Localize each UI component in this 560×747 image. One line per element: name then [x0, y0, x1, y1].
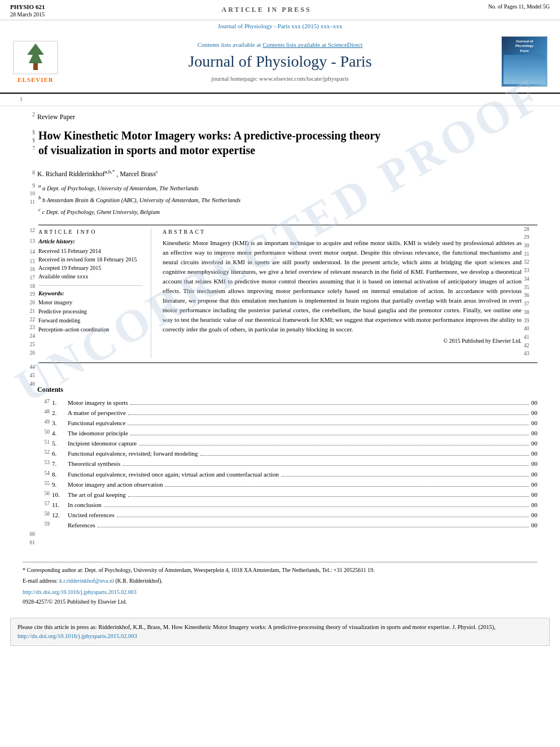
article-title-row: § § 7 How Kinesthetic Motor Imagery work… — [23, 128, 537, 164]
contents-item-row-11: 57 11. In conclusion 00 — [37, 500, 537, 510]
contents-item-6: 6. Functional equivalence, revisited; fo… — [52, 448, 537, 458]
pages-info: No. of Pages 11, Model 5G — [488, 3, 550, 10]
contents-item-12: 12. Uncited references 00 — [52, 510, 537, 520]
journal-homepage: journal homepage: www.elsevier.com/locat… — [211, 75, 349, 82]
footer-doi-link[interactable]: http://dx.doi.org/10.1016/j.jphysparis.2… — [23, 589, 137, 595]
svg-rect-2 — [33, 63, 38, 70]
journal-banner: ELSEVIER Contents lists available at Con… — [0, 30, 560, 94]
keyword-3: Forward modeling — [38, 316, 143, 325]
spacer-row-44: 44 — [23, 363, 537, 372]
affiliations-block: a a Dept. of Psychology, University of A… — [38, 182, 240, 218]
keyword-2: Predictive processing — [38, 307, 143, 316]
email-label: E-mail address: — [23, 578, 58, 584]
article-info-col: ARTICLE INFO Article history: Received 1… — [38, 229, 151, 359]
contents-item-3: 3. Functional equivalence 00 — [52, 418, 537, 428]
contents-item-row-6: 52 6. Functional equivalence, revisited;… — [37, 448, 537, 458]
contents-item-row-5: 51 5. Incipient ideomotor capture 00 — [37, 438, 537, 448]
contents-item-4: 4. The ideomotor principle 00 — [52, 428, 537, 438]
contents-item-9: 9. Motor imagery and action observation … — [52, 479, 537, 490]
right-line-nums: 28 29 30 31 32 33 34 35 36 37 38 39 40 4… — [522, 225, 537, 359]
contents-section: Contents 47 1. Motor imagery in sports 0… — [37, 386, 537, 531]
line-nums-col: 12 13 14 15 16 17 18 19 20 21 22 23 24 2… — [23, 225, 38, 359]
citation-doi-link[interactable]: http://dx.doi.org/10.1016/j.jphysparis.2… — [18, 633, 137, 639]
copyright-line: © 2015 Published by Elsevier Ltd. — [163, 338, 522, 344]
affiliation-c: c c Dept. of Psychology, Ghent Universit… — [38, 206, 240, 217]
page-line-1: 1 — [0, 94, 560, 106]
main-content: 2 Review Paper § § 7 How Kinesthetic Mot… — [0, 106, 560, 553]
contents-item-row-ref: 59 References 00 — [37, 520, 537, 530]
citation-text: Please cite this article in press as: Ri… — [18, 624, 496, 630]
abstract-body: Kinesthetic Motor Imagery (KMI) is an im… — [163, 238, 522, 334]
contents-item-row-1: 47 1. Motor imagery in sports 00 — [37, 397, 537, 408]
contents-title: Contents — [37, 386, 537, 394]
available-online: Available online xxxx — [38, 272, 143, 281]
article-type-label: Review Paper — [37, 113, 75, 121]
journal-citation: Journal of Physiology - Paris xxx (2015)… — [0, 20, 560, 30]
affiliation-a: a a Dept. of Psychology, University of A… — [38, 182, 240, 193]
contents-item-10: 10. The art of goal keeping 00 — [52, 490, 537, 500]
correspondence-text: Dept. of Psychology, University of Amste… — [85, 567, 375, 573]
correspondence-label: * Corresponding author at: — [23, 567, 83, 573]
cover-title: Journal ofPhysiologyParis — [515, 39, 533, 53]
correspondence-block: * Corresponding author at: Dept. of Psyc… — [23, 566, 537, 575]
abstract-col: ABSTRACT Kinesthetic Motor Imagery (KMI)… — [163, 229, 522, 359]
affiliation-b: b b Amsterdam Brain & Cognition (ABC), U… — [38, 194, 240, 205]
contents-item-row-7: 53 7. Theoretical synthesis 00 — [37, 458, 537, 469]
doi-block: http://dx.doi.org/10.1016/j.jphysparis.2… — [23, 588, 537, 597]
contents-item-8: 8. Functional equivalence, revisited onc… — [52, 469, 537, 479]
email-note: (K.R. Ridderinkhof). — [115, 578, 163, 584]
footer-issn: 0928-4257/© 2015 Published by Elsevier L… — [23, 597, 537, 606]
abstract-heading: ABSTRACT — [163, 229, 522, 235]
two-col-section: ARTICLE INFO Article history: Received 1… — [38, 229, 522, 359]
contents-item-row-9: 55 9. Motor imagery and action observati… — [37, 479, 537, 490]
spacer-row-45: 45 — [23, 372, 537, 380]
publication-date: 28 March 2015 — [10, 11, 45, 18]
review-paper-row: 2 Review Paper — [23, 111, 537, 125]
contents-item-1: 1. Motor imagery in sports 00 — [52, 397, 537, 408]
spacer-row-61: 61 — [23, 539, 537, 547]
authors-row: 8 K. Richard Ridderinkhofa,b,* , Marcel … — [23, 169, 537, 182]
top-header: PHYSIO 621 28 March 2015 ARTICLE IN PRES… — [0, 0, 560, 20]
footer-content: * Corresponding author at: Dept. of Psyc… — [0, 566, 560, 612]
contents-item-row-8: 54 8. Functional equivalence, revisited … — [37, 469, 537, 479]
info-abstract-row: 12 13 14 15 16 17 18 19 20 21 22 23 24 2… — [23, 225, 537, 359]
authors-line: K. Richard Ridderinkhofa,b,* , Marcel Br… — [37, 169, 158, 178]
contents-item-7: 7. Theoretical synthesis 00 — [52, 458, 537, 469]
contents-item-row-3: 49 3. Functional equivalence 00 — [37, 418, 537, 428]
journal-id: PHYSIO 621 — [10, 3, 45, 10]
article-info-heading: ARTICLE INFO — [38, 229, 143, 235]
keyword-4: Perception–action coordination — [38, 325, 143, 334]
footer-divider — [23, 562, 537, 562]
contents-item-row-10: 56 10. The art of goal keeping 00 — [37, 490, 537, 500]
elsevier-tree-icon — [13, 41, 58, 75]
email-link[interactable]: k.r.ridderinkhof@uva.nl — [59, 578, 114, 584]
contents-item-11: 11. In conclusion 00 — [52, 500, 537, 510]
revised-date: Received in revised form 18 February 201… — [38, 255, 143, 264]
journal-title: Journal of Physiology - Paris — [188, 53, 371, 71]
received-date: Received 15 February 2014 — [38, 247, 143, 255]
keywords-label: Keywords: — [38, 290, 143, 296]
info-divider — [38, 285, 143, 286]
keyword-1: Motor imagery — [38, 298, 143, 307]
email-block: E-mail address: k.r.ridderinkhof@uva.nl … — [23, 576, 537, 586]
contents-item-row-12: 58 12. Uncited references 00 — [37, 510, 537, 520]
contents-item-row-2: 48 2. A matter of perspective 00 — [37, 408, 537, 418]
publisher-logo-area: ELSEVIER — [10, 36, 61, 87]
contents-item-2: 2. A matter of perspective 00 — [52, 408, 537, 418]
line-num-1: 1 — [10, 95, 25, 104]
citation-box: Please cite this article in press as: Ri… — [10, 618, 550, 646]
cover-image-area — [504, 55, 545, 84]
contents-item-row-4: 50 4. The ideomotor principle 00 — [37, 428, 537, 438]
author-2: , Marcel Brass — [116, 170, 156, 178]
article-in-press-label: ARTICLE IN PRESS — [222, 3, 312, 14]
journal-cover-area: Journal ofPhysiologyParis — [499, 36, 550, 87]
contents-row: 46 Contents 47 1. Motor imagery in sport… — [23, 380, 537, 531]
journal-title-area: Contents lists available at Contents lis… — [68, 36, 492, 87]
elsevier-label: ELSEVIER — [18, 76, 54, 83]
abstract-text: Kinesthetic Motor Imagery (KMI) is an im… — [163, 238, 522, 334]
author-1: K. Richard Ridderinkhof — [37, 170, 105, 178]
article-title: How Kinesthetic Motor Imagery works: A p… — [38, 128, 380, 158]
sciencedirect-link[interactable]: Contents lists available at Contents lis… — [198, 41, 363, 48]
journal-id-block: PHYSIO 621 28 March 2015 — [10, 3, 45, 18]
spacer-row-60: 60 — [23, 530, 537, 539]
